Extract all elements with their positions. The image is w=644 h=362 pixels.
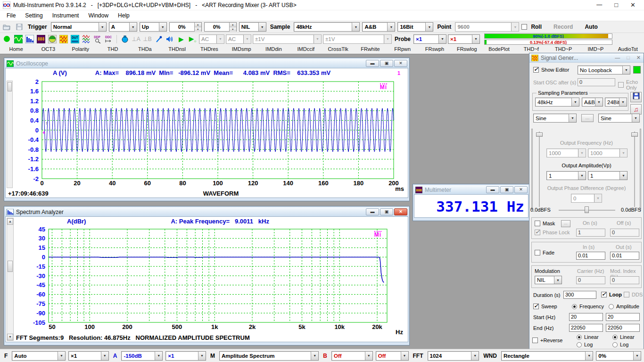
scale-a-log-radio[interactable]: Log xyxy=(577,342,593,347)
overlap-select[interactable]: 0%▼ xyxy=(596,351,641,361)
zero-a-button[interactable]: ⊥A xyxy=(131,34,141,44)
device-test-plan-button[interactable]: DUT xyxy=(70,34,80,44)
sample-bits-select[interactable]: 16Bit▼ xyxy=(397,22,433,32)
sweep-amplitude-radio[interactable]: Amplitude xyxy=(609,304,639,309)
sweep-checkbox[interactable]: Sweep xyxy=(533,304,557,309)
trigger-delay-spinner[interactable]: 0%▲▼ xyxy=(204,22,237,32)
signal-generator-button[interactable] xyxy=(58,34,68,44)
record-button[interactable]: Record xyxy=(552,24,574,30)
scroll-up-icon[interactable]: ▲ xyxy=(7,218,13,225)
a-range-select[interactable]: -150dB▼ xyxy=(121,351,163,361)
tab-crosstlk[interactable]: CrossTlk xyxy=(322,45,354,54)
gen-channels-select[interactable]: A&B▼ xyxy=(582,98,603,107)
tab-oct3[interactable]: OCT3 xyxy=(32,45,64,54)
scale-a-linear-radio[interactable]: Linear xyxy=(577,334,599,340)
auto-button[interactable]: Auto xyxy=(583,24,599,30)
open-file-button[interactable] xyxy=(2,22,12,32)
gen-library-button[interactable]: ♫ xyxy=(630,104,642,115)
tab-thdnsl[interactable]: THDnsl xyxy=(161,45,193,54)
amplitude-b-select[interactable]: 1▼ xyxy=(588,171,627,180)
gen-save-button[interactable] xyxy=(630,92,642,102)
frequency-mult-select[interactable]: ×1▼ xyxy=(68,351,109,361)
maximize-button[interactable]: □ xyxy=(614,1,618,8)
tab-imddin[interactable]: IMDdin xyxy=(257,45,289,54)
signal-generator-titlebar[interactable]: Signal Gener... — □ ✕ xyxy=(529,53,644,63)
balance-slider[interactable] xyxy=(585,206,589,213)
zero-b-button[interactable]: ⊥B xyxy=(142,34,152,44)
minimize-button[interactable]: ▬ xyxy=(486,186,499,193)
tab-thda[interactable]: THDa xyxy=(129,45,161,54)
tab-imdsmp[interactable]: IMDsmp xyxy=(225,45,257,54)
scrollbar-thumb[interactable] xyxy=(8,82,12,91)
scale-b-linear-radio[interactable]: Linear xyxy=(612,334,635,340)
phase-select[interactable]: 0▼ xyxy=(571,194,602,203)
restore-button[interactable]: ▣ xyxy=(500,186,513,193)
range-a-select[interactable]: ±1V▼ xyxy=(253,34,322,44)
measurement-mode-select[interactable]: Amplitude Spectrum▼ xyxy=(219,351,319,361)
tab-frpwn[interactable]: FRpwn xyxy=(387,45,419,54)
spectrum-analyzer-button[interactable] xyxy=(25,34,34,44)
sample-rate-select[interactable]: 48kHz▼ xyxy=(294,22,360,32)
spinner-arrows[interactable]: ▲▼ xyxy=(194,23,201,31)
level-b-slider[interactable] xyxy=(631,132,638,137)
mod-index-input[interactable]: 0 xyxy=(610,276,639,284)
menu-file[interactable]: File xyxy=(2,11,20,20)
minimize-button[interactable]: — xyxy=(615,55,620,61)
tab-thd[interactable]: THD xyxy=(97,45,129,54)
probe-calibration-button[interactable] xyxy=(154,34,164,44)
probe-b-select[interactable]: ×1▼ xyxy=(448,34,480,44)
hpf-select[interactable]: NIL▼ xyxy=(239,22,266,32)
close-button[interactable]: ✕ xyxy=(394,208,407,215)
spectrum-titlebar[interactable]: Spectrum Analyzer ▬ ▣ ✕ xyxy=(5,207,408,216)
spectrum-plot[interactable]: 4530150-15-30-45-60-75-90-10550100200500… xyxy=(15,226,408,335)
menu-setting[interactable]: Setting xyxy=(20,11,47,20)
waveform-a-select[interactable]: Sine▼ xyxy=(533,114,577,123)
run-hold-button[interactable]: ▶○ xyxy=(188,34,198,44)
fade-checkbox[interactable]: Fade xyxy=(535,250,554,255)
start-osc-input[interactable]: 0 xyxy=(578,78,615,86)
range-b-select[interactable]: ±1V▼ xyxy=(323,34,392,44)
phase-lock-checkbox[interactable]: Phase Lock xyxy=(535,230,570,235)
restore-button[interactable]: ▣ xyxy=(380,60,393,67)
b-mode-select[interactable]: Off▼ xyxy=(331,351,373,361)
b-mult-select[interactable]: Off▼ xyxy=(376,351,409,361)
tab-imdccif[interactable]: IMDccif xyxy=(290,45,322,54)
echo-only-checkbox[interactable]: Echo Only xyxy=(618,79,644,90)
frequency-b-select[interactable]: 1000▼ xyxy=(588,148,627,157)
spectrum-scrollbar[interactable]: ▲ ▼ xyxy=(7,218,14,341)
minimize-button[interactable]: ▬ xyxy=(366,60,379,67)
run-button[interactable]: ▶ xyxy=(176,34,186,44)
modulation-select[interactable]: NIL▼ xyxy=(535,276,562,284)
derived-data-curve-button[interactable] xyxy=(81,34,91,44)
sweep-frequency-radio[interactable]: Frequency xyxy=(572,304,604,309)
loop-checkbox[interactable]: Loop xyxy=(601,292,622,297)
window-type-select[interactable]: Rectangle▼ xyxy=(501,351,593,361)
reverse-checkbox[interactable]: +Reverse xyxy=(532,337,562,343)
mask-on-input[interactable]: 1 xyxy=(576,229,605,237)
gen-rate-select[interactable]: 48kHz▼ xyxy=(535,98,579,107)
mask-off-input[interactable]: 0 xyxy=(610,229,639,237)
a-mult-select[interactable]: ×1▼ xyxy=(165,351,206,361)
calibration-button[interactable] xyxy=(120,34,130,44)
tab-home[interactable]: Home xyxy=(0,45,32,54)
save-button[interactable] xyxy=(14,22,24,32)
sound-output-button[interactable] xyxy=(165,34,175,44)
tab-polarity[interactable]: Polarity xyxy=(65,45,97,54)
oscilloscope-button[interactable] xyxy=(13,34,23,44)
gen-bits-select[interactable]: 24Bit▼ xyxy=(605,98,627,107)
trigger-mode-select[interactable]: Normal▼ xyxy=(51,22,107,32)
carrier-input[interactable]: 0 xyxy=(576,276,605,284)
sweep-end-b-input[interactable]: 22050 xyxy=(606,324,640,332)
waveform-b-select[interactable]: Sine▼ xyxy=(598,114,640,123)
waveform-more-button[interactable]: ... xyxy=(581,114,594,122)
menu-instrument[interactable]: Instrument xyxy=(48,11,84,20)
spinner-arrows[interactable]: ▲▼ xyxy=(229,23,236,31)
tab-frswph[interactable]: FRswph xyxy=(419,45,451,54)
show-editor-checkbox[interactable]: Show Editor xyxy=(533,67,569,73)
sample-channels-select[interactable]: A&B▼ xyxy=(362,22,395,32)
mask-more-button[interactable]: ... xyxy=(561,220,570,227)
level-a-slider[interactable] xyxy=(536,132,543,137)
oscilloscope-plot[interactable]: 21.61.20.80.40-0.4-0.8-1.2-1.6-202040608… xyxy=(14,79,408,192)
record-toggle-button[interactable] xyxy=(2,34,12,44)
oscilloscope-titlebar[interactable]: Oscilloscope ▬ ▣ ✕ xyxy=(5,59,408,68)
